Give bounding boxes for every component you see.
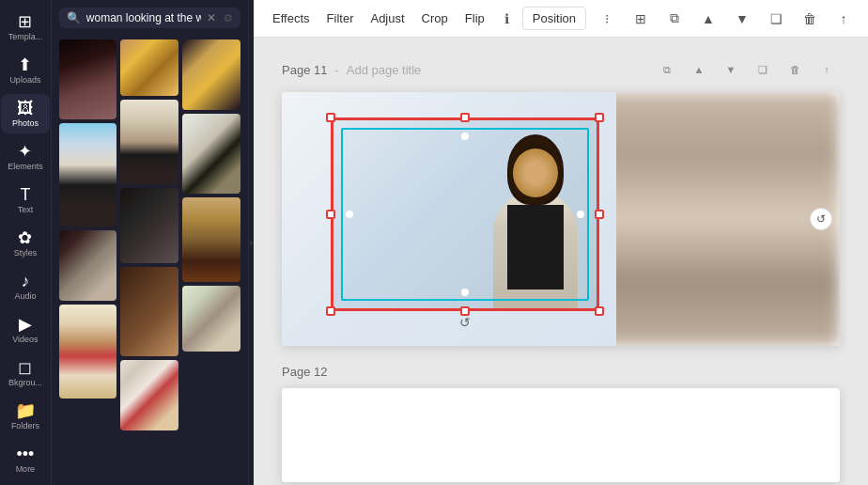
sidebar-item-text[interactable]: T Text — [1, 180, 50, 220]
grid-view-button[interactable]: ⊞ — [628, 6, 654, 32]
page-down-icon[interactable]: ▼ — [718, 56, 744, 83]
sidebar-label-templates: Templa... — [8, 32, 43, 41]
list-item[interactable] — [120, 100, 178, 184]
sidebar-label-audio: Audio — [14, 291, 36, 301]
up-button[interactable]: ▲ — [695, 6, 721, 32]
list-item[interactable] — [182, 39, 240, 110]
crop-border — [341, 128, 589, 301]
delete-button[interactable]: 🗑 — [797, 6, 823, 32]
clear-icon[interactable]: ✕ — [207, 11, 216, 24]
more-icon: ••• — [16, 446, 34, 462]
info-button[interactable]: ℹ — [494, 6, 520, 32]
list-item[interactable] — [120, 360, 178, 430]
sidebar-label-styles: Styles — [14, 248, 38, 258]
page-up-icon[interactable]: ▲ — [686, 56, 712, 83]
list-item[interactable] — [120, 188, 178, 263]
effects-button[interactable]: Effects — [265, 8, 318, 29]
color-dots-button[interactable]: ⁝ — [594, 6, 620, 32]
sidebar-item-templates[interactable]: ⊞ Templa... — [1, 8, 50, 47]
page11-label: Page 11 - Add page title ⧉ ▲ ▼ ❑ 🗑 ↑ — [282, 56, 840, 83]
list-item[interactable] — [120, 39, 178, 96]
flip-button[interactable]: Flip — [457, 8, 492, 29]
videos-icon: ▶ — [19, 316, 32, 333]
list-item[interactable] — [59, 123, 117, 227]
sidebar: ⊞ Templa... ⬆ Uploads 🖼 Photos ✦ Element… — [0, 0, 52, 485]
sidebar-label-text: Text — [18, 205, 34, 214]
page-delete-icon[interactable]: 🗑 — [782, 56, 808, 83]
duplicate-button[interactable]: ❑ — [763, 6, 789, 32]
rotate-handle[interactable]: ↺ — [456, 313, 474, 332]
adjust-button[interactable]: Adjust — [363, 8, 411, 29]
selected-image[interactable]: ↺ — [333, 120, 597, 308]
list-item[interactable] — [120, 267, 178, 356]
sidebar-item-folders[interactable]: 📁 Folders — [1, 397, 50, 436]
toolbar-right: Position ⁝ ⊞ ⧉ ▲ ▼ ❑ 🗑 ↑ — [522, 6, 857, 32]
templates-icon: ⊞ — [18, 13, 32, 30]
audio-icon: ♪ — [21, 273, 29, 289]
filter-icon[interactable]: ⚙ — [224, 12, 233, 24]
list-item[interactable] — [182, 114, 240, 194]
sidebar-item-more[interactable]: ••• More — [1, 440, 50, 479]
sidebar-item-videos[interactable]: ▶ Videos — [1, 310, 50, 350]
sidebar-item-elements[interactable]: ✦ Elements — [1, 137, 50, 177]
page-duplicate-icon[interactable]: ❑ — [750, 56, 776, 83]
page12-number: Page 12 — [282, 365, 327, 379]
uploads-icon: ⬆ — [18, 56, 32, 73]
sidebar-label-elements: Elements — [8, 162, 43, 171]
search-bar: 🔍 ✕ ⚙ — [59, 8, 240, 28]
share-button[interactable]: ↑ — [830, 6, 857, 32]
sidebar-item-audio[interactable]: ♪ Audio — [1, 267, 50, 306]
sidebar-label-more: More — [16, 464, 36, 474]
sidebar-item-uploads[interactable]: ⬆ Uploads — [1, 51, 50, 90]
search-input[interactable] — [86, 11, 201, 24]
elements-icon: ✦ — [18, 143, 32, 160]
list-item[interactable] — [182, 286, 240, 352]
text-icon: T — [20, 186, 30, 203]
sidebar-item-styles[interactable]: ✿ Styles — [1, 224, 50, 263]
crop-handle-ml[interactable] — [346, 211, 353, 218]
canvas-area: Page 11 - Add page title ⧉ ▲ ▼ ❑ 🗑 ↑ — [254, 38, 868, 485]
position-button[interactable]: Position — [522, 7, 586, 30]
page12-label: Page 12 — [282, 365, 840, 379]
sidebar-item-bkgroup[interactable]: ◻ Bkgrou... — [1, 353, 50, 393]
bkgroup-icon: ◻ — [18, 359, 32, 376]
list-item[interactable] — [59, 230, 117, 301]
photos-icon: 🖼 — [17, 100, 34, 117]
page12-canvas — [282, 388, 840, 482]
sidebar-label-folders: Folders — [11, 421, 39, 430]
list-item[interactable] — [59, 305, 117, 399]
filter-button[interactable]: Filter — [319, 8, 362, 29]
folders-icon: 📁 — [15, 402, 36, 419]
page11-number: Page 11 — [282, 63, 327, 77]
sidebar-label-videos: Videos — [12, 335, 38, 344]
page11-title[interactable]: Add page title — [347, 63, 422, 77]
sidebar-item-photos[interactable]: 🖼 Photos — [1, 94, 50, 133]
sidebar-label-uploads: Uploads — [9, 75, 40, 85]
photo-grid — [52, 36, 248, 485]
main-area: Effects Filter Adjust Crop Flip ℹ Positi… — [254, 0, 868, 485]
page-export-icon[interactable]: ↑ — [814, 56, 840, 83]
styles-icon: ✿ — [18, 229, 32, 246]
toolbar: Effects Filter Adjust Crop Flip ℹ Positi… — [254, 0, 868, 38]
list-item[interactable] — [59, 39, 117, 119]
list-item[interactable] — [182, 197, 240, 282]
crop-handle-mr[interactable] — [577, 211, 584, 218]
crop-handle-tc[interactable] — [461, 133, 469, 140]
search-icon: 🔍 — [67, 11, 81, 24]
refresh-button[interactable]: ↺ — [810, 208, 832, 230]
page-copy-icon[interactable]: ⧉ — [654, 56, 680, 83]
sidebar-label-photos: Photos — [12, 118, 39, 128]
page11-canvas: ↺ ↺ — [282, 92, 840, 346]
bg-woman-image — [589, 92, 840, 346]
sidebar-label-bkgroup: Bkgrou... — [8, 378, 42, 387]
crop-button[interactable]: Crop — [414, 8, 456, 29]
photos-panel: 🔍 ✕ ⚙ — [52, 0, 249, 485]
down-button[interactable]: ▼ — [729, 6, 755, 32]
copy-button[interactable]: ⧉ — [661, 6, 688, 32]
crop-handle-bc[interactable] — [461, 289, 469, 296]
